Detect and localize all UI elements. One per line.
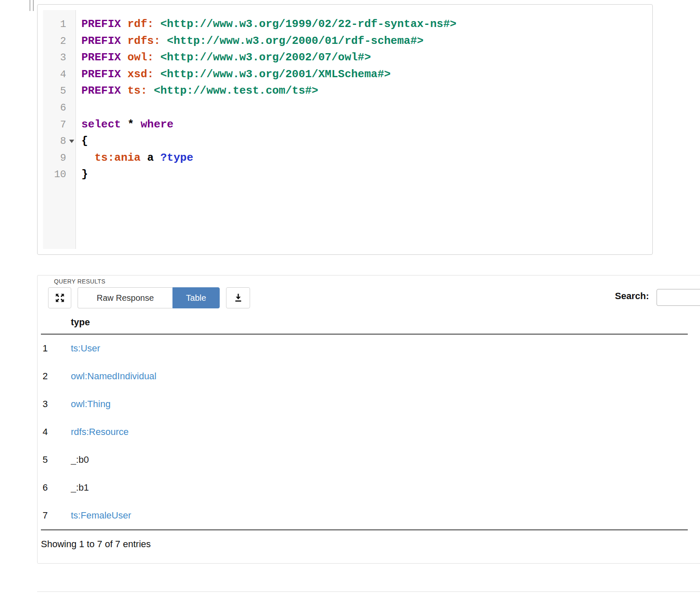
result-view-toggle: Raw Response Table — [78, 287, 220, 308]
result-link[interactable]: owl:Thing — [71, 390, 110, 418]
table-row: 1ts:User — [38, 335, 700, 362]
table-row: 3owl:Thing — [38, 390, 700, 418]
table-row: 4rdfs:Resource — [38, 418, 700, 446]
table-row: 6_:b1 — [38, 474, 700, 502]
code-line: ts:ania a ?type — [81, 150, 647, 167]
result-value: _:b0 — [71, 446, 89, 474]
code-line — [81, 100, 647, 116]
table-row: 5_:b0 — [38, 446, 700, 474]
download-icon — [234, 293, 243, 302]
line-number: 9 — [43, 150, 75, 167]
page-bottom-divider — [37, 591, 700, 592]
code-line: select * where — [81, 116, 647, 133]
splitter-mark — [30, 0, 30, 11]
line-number: 5 — [43, 83, 75, 100]
query-results-panel: QUERY RESULTS Raw Response Table Search: — [37, 275, 700, 564]
fold-arrow-icon[interactable] — [69, 140, 74, 143]
search-label: Search: — [598, 291, 649, 302]
sparql-ide-page: 12345678910 PREFIX rdf: <http://www.w3.o… — [0, 0, 700, 594]
line-number: 4 — [43, 66, 75, 83]
result-link[interactable]: ts:User — [71, 335, 100, 362]
code-line: PREFIX ts: <http://www.test.com/ts#> — [81, 83, 647, 100]
table-header-type: type — [71, 317, 90, 328]
table-row: 7ts:FemaleUser — [38, 502, 700, 529]
row-number: 7 — [43, 502, 48, 529]
row-number: 6 — [43, 474, 48, 502]
results-table-body: 1ts:User2owl:NamedIndividual3owl:Thing4r… — [38, 335, 700, 529]
table-view-button[interactable]: Table — [172, 287, 220, 308]
raw-response-button[interactable]: Raw Response — [78, 287, 172, 308]
result-link[interactable]: rdfs:Resource — [71, 418, 129, 446]
line-number: 8 — [43, 133, 75, 150]
row-number: 3 — [43, 390, 48, 418]
code-line: PREFIX rdfs: <http://www.w3.org/2000/01/… — [81, 33, 647, 50]
row-number: 2 — [43, 362, 48, 390]
row-number: 1 — [43, 335, 48, 362]
result-link[interactable]: ts:FemaleUser — [71, 502, 131, 529]
result-value: _:b1 — [71, 474, 89, 502]
editor-gutter: 12345678910 — [43, 10, 76, 249]
code-line: } — [81, 166, 647, 183]
code-line: { — [81, 133, 647, 150]
fullscreen-button[interactable] — [48, 287, 71, 308]
results-count: Showing 1 to 7 of 7 entries — [41, 535, 151, 554]
sparql-editor-panel: 12345678910 PREFIX rdf: <http://www.w3.o… — [37, 4, 653, 255]
code-line: PREFIX owl: <http://www.w3.org/2002/07/o… — [81, 49, 647, 66]
search-input[interactable] — [657, 289, 700, 306]
table-bottom-divider — [41, 529, 688, 530]
sparql-code-editor[interactable]: 12345678910 PREFIX rdf: <http://www.w3.o… — [43, 10, 647, 249]
table-row: 2owl:NamedIndividual — [38, 362, 700, 390]
line-number: 7 — [43, 116, 75, 133]
fullscreen-expand-icon — [55, 293, 65, 302]
line-number: 1 — [43, 16, 75, 33]
row-number: 4 — [43, 418, 48, 446]
line-number: 3 — [43, 49, 75, 66]
line-number: 6 — [43, 100, 75, 116]
line-number: 10 — [43, 166, 75, 183]
query-results-label: QUERY RESULTS — [54, 278, 105, 285]
line-number: 2 — [43, 33, 75, 50]
row-number: 5 — [43, 446, 48, 474]
result-link[interactable]: owl:NamedIndividual — [71, 362, 156, 390]
code-line: PREFIX rdf: <http://www.w3.org/1999/02/2… — [81, 16, 647, 33]
code-line: PREFIX xsd: <http://www.w3.org/2001/XMLS… — [81, 66, 647, 83]
splitter-mark — [33, 0, 34, 11]
download-button[interactable] — [226, 287, 250, 308]
code-lines: PREFIX rdf: <http://www.w3.org/1999/02/2… — [76, 10, 647, 183]
